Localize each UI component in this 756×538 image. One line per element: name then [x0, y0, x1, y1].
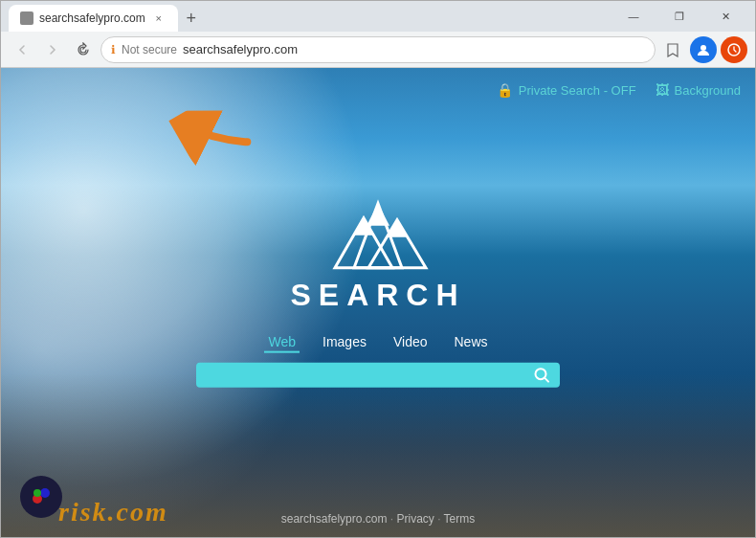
- tab-favicon: [20, 11, 33, 25]
- page-content: 🔒 Private Search - OFF 🖼 Background: [1, 68, 755, 537]
- image-icon: 🖼: [656, 82, 669, 98]
- browser-window: searchsafelypro.com × + — ❐ ✕ ℹ Not secu…: [0, 0, 756, 538]
- security-update-button[interactable]: [721, 36, 747, 63]
- footer-privacy[interactable]: Privacy: [396, 512, 434, 526]
- search-bar[interactable]: [196, 363, 560, 388]
- url-text: searchsafelypro.com: [183, 42, 645, 56]
- tab-close-button[interactable]: ×: [151, 11, 167, 26]
- bottom-logo: [20, 476, 62, 518]
- svg-point-1: [700, 45, 706, 51]
- address-bar: ℹ Not secure searchsafelypro.com: [1, 32, 755, 68]
- mountain-logo-icon: [321, 199, 435, 276]
- risk-watermark: risk.com: [58, 497, 168, 527]
- search-button[interactable]: [533, 367, 550, 384]
- tab-news[interactable]: News: [451, 332, 492, 353]
- title-bar: searchsafelypro.com × + — ❐ ✕: [1, 1, 755, 32]
- logo-container: SEARCH: [290, 199, 465, 313]
- background-label: Background: [675, 83, 741, 98]
- private-search-toggle[interactable]: 🔒 Private Search - OFF: [497, 82, 636, 98]
- tab-strip: searchsafelypro.com × +: [9, 1, 604, 32]
- svg-point-14: [33, 489, 41, 497]
- restore-button[interactable]: ❐: [657, 1, 701, 32]
- tab-video[interactable]: Video: [389, 332, 432, 353]
- lock-icon: 🔒: [497, 82, 513, 98]
- svg-line-11: [545, 378, 549, 382]
- footer-terms[interactable]: Terms: [444, 512, 476, 526]
- circle-logo-icon: [20, 476, 62, 518]
- private-search-label: Private Search - OFF: [519, 83, 636, 98]
- window-controls: — ❐ ✕: [611, 1, 747, 32]
- forward-button[interactable]: [39, 36, 66, 63]
- page-footer: searchsafelypro.com · Privacy · Terms: [281, 512, 476, 526]
- center-content: SEARCH Web Images Video News: [196, 199, 560, 388]
- tab-images[interactable]: Images: [319, 332, 370, 353]
- search-input[interactable]: [206, 367, 525, 383]
- back-button[interactable]: [9, 36, 35, 63]
- bookmark-button[interactable]: [659, 36, 686, 63]
- svg-rect-0: [22, 13, 32, 23]
- top-navigation: 🔒 Private Search - OFF 🖼 Background: [497, 82, 741, 98]
- footer-searchsafe[interactable]: searchsafelypro.com: [281, 512, 388, 526]
- url-bar[interactable]: ℹ Not secure searchsafelypro.com: [100, 36, 656, 63]
- refresh-button[interactable]: [70, 36, 97, 63]
- url-actions: [659, 36, 747, 63]
- not-secure-label: Not secure: [122, 43, 177, 56]
- minimize-button[interactable]: —: [611, 1, 656, 32]
- close-button[interactable]: ✕: [703, 1, 747, 32]
- security-icon: ℹ: [111, 43, 116, 56]
- search-tabs: Web Images Video News: [264, 332, 491, 353]
- svg-marker-8: [367, 204, 389, 226]
- logo-text: SEARCH: [290, 278, 465, 313]
- profile-button[interactable]: [690, 36, 717, 63]
- tab-label: searchsafelypro.com: [39, 11, 145, 25]
- active-tab[interactable]: searchsafelypro.com ×: [9, 5, 178, 32]
- svg-point-13: [40, 488, 50, 498]
- background-button[interactable]: 🖼 Background: [656, 82, 741, 98]
- new-tab-button[interactable]: +: [178, 5, 205, 32]
- tab-web[interactable]: Web: [264, 332, 300, 353]
